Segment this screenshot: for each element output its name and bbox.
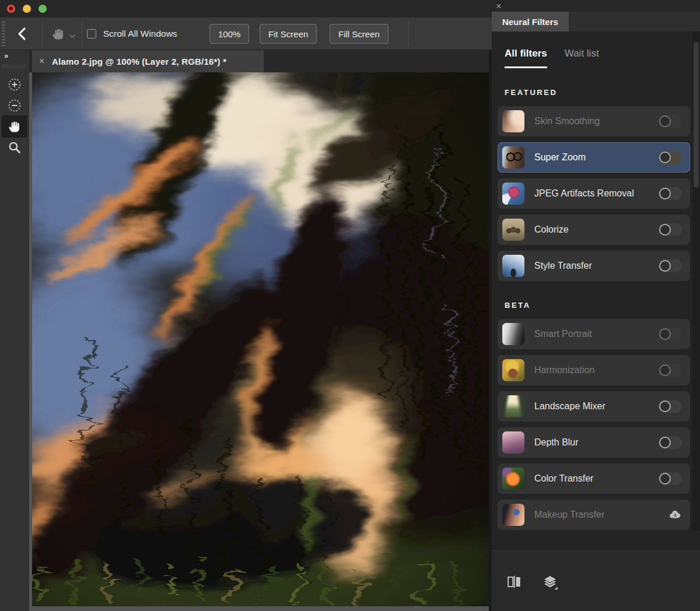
filter-toggle[interactable] — [659, 259, 682, 272]
panel-scrollbar[interactable] — [692, 31, 700, 531]
filter-thumbnail — [502, 110, 524, 132]
traffic-light-minimize-button[interactable] — [23, 5, 31, 13]
filter-section: BETA Smart Portrait Harmonization Landsc… — [498, 301, 698, 530]
divider — [408, 21, 409, 47]
document-title: Alamo 2.jpg @ 100% (Layer 2, RGB/16*) * — [52, 57, 226, 66]
divider — [82, 21, 82, 47]
section-header: BETA — [505, 301, 698, 310]
section-header: FEATURED — [505, 88, 698, 97]
filter-row-super-zoom[interactable]: Super Zoom — [498, 142, 690, 173]
neural-filters-panel: Neural Filters All filters Wait list FEA… — [492, 12, 700, 611]
toggle-knob — [659, 437, 671, 448]
filter-row-color-transfer[interactable]: Color Transfer — [498, 463, 690, 494]
filter-row-jpeg-artifacts-removal[interactable]: JPEG Artifacts Removal — [498, 178, 690, 209]
scroll-all-windows-checkbox[interactable] — [87, 29, 96, 38]
filter-toggle[interactable] — [659, 472, 682, 485]
toggle-knob — [659, 328, 671, 340]
filter-thumbnail — [502, 146, 524, 168]
filter-row-landscape-mixer[interactable]: Landscape Mixer — [498, 391, 690, 422]
toggle-knob — [659, 401, 671, 412]
tool-palette: » — [0, 50, 29, 611]
filter-toggle[interactable] — [659, 151, 682, 164]
compare-before-after-icon[interactable] — [507, 574, 522, 589]
filter-thumbnail — [502, 395, 524, 417]
back-button[interactable] — [15, 26, 30, 42]
filter-thumbnail — [502, 182, 524, 205]
tab-all-filters[interactable]: All filters — [505, 48, 547, 68]
zoom-tool-icon[interactable] — [8, 141, 22, 154]
filter-label: Landscape Mixer — [534, 401, 659, 412]
toggle-knob — [659, 152, 671, 163]
scroll-all-windows-label: Scroll All Windows — [103, 29, 177, 39]
document-tab[interactable]: × Alamo 2.jpg @ 100% (Layer 2, RGB/16*) … — [32, 50, 264, 72]
document-tabbar: × Alamo 2.jpg @ 100% (Layer 2, RGB/16*) … — [29, 50, 492, 72]
output-options-layers-icon[interactable] — [542, 574, 558, 591]
filter-thumbnail — [502, 468, 524, 490]
toggle-knob — [659, 115, 671, 127]
fill-screen-button[interactable]: Fill Screen — [330, 24, 388, 44]
tab-wait-list[interactable]: Wait list — [565, 48, 599, 68]
hand-tool-active[interactable] — [2, 115, 27, 138]
filter-toggle[interactable] — [659, 115, 682, 128]
options-bar-grip — [2, 22, 5, 46]
filter-toggle[interactable] — [659, 223, 682, 236]
tool-dropdown-chevron-icon[interactable] — [69, 31, 76, 37]
neural-filters-close-icon[interactable]: × — [493, 1, 505, 12]
filter-thumbnail — [502, 323, 524, 345]
photoshop-window: × Scroll All Windows 100% Fit Screen Fil… — [0, 0, 700, 611]
filter-thumbnail — [502, 255, 524, 277]
canvas-area[interactable] — [29, 72, 489, 611]
filter-row-smart-portrait[interactable]: Smart Portrait — [498, 319, 690, 349]
traffic-light-close-button[interactable] — [7, 5, 15, 13]
section-items: Smart Portrait Harmonization Landscape M… — [498, 319, 698, 530]
zoom-in-tool-icon[interactable] — [8, 78, 22, 92]
document-close-icon[interactable]: × — [39, 56, 52, 66]
panel-tabbar: Neural Filters — [492, 12, 700, 31]
chevron-left-icon — [15, 26, 30, 42]
filter-row-depth-blur[interactable]: Depth Blur — [498, 427, 690, 458]
panel-footer — [492, 550, 700, 611]
toggle-knob — [659, 260, 671, 272]
filter-label: JPEG Artifacts Removal — [534, 188, 659, 199]
neural-filters-panel-tab[interactable]: Neural Filters — [492, 12, 569, 31]
filter-thumbnail — [502, 219, 524, 241]
filter-toggle[interactable] — [659, 364, 682, 377]
filter-section: FEATURED Skin Smoothing Super Zoom JPEG … — [498, 88, 698, 281]
options-bar: Scroll All Windows 100% Fit Screen Fill … — [0, 17, 492, 50]
toggle-knob — [659, 364, 671, 376]
filter-row-makeup-transfer[interactable]: Makeup Transfer — [498, 500, 690, 530]
filter-thumbnail — [502, 504, 524, 526]
expand-panel-icon[interactable]: » — [4, 51, 8, 60]
fit-screen-button[interactable]: Fit Screen — [260, 24, 317, 44]
tool-palette-grip — [3, 64, 26, 68]
filter-label: Depth Blur — [534, 437, 659, 448]
zoom-out-tool-icon[interactable] — [8, 99, 22, 113]
cloud-download-icon[interactable] — [668, 508, 682, 522]
filter-sections: FEATURED Skin Smoothing Super Zoom JPEG … — [492, 88, 700, 530]
zoom-100-button[interactable]: 100% — [209, 24, 249, 44]
section-items: Skin Smoothing Super Zoom JPEG Artifacts… — [498, 106, 698, 281]
divider — [42, 21, 43, 47]
filter-toggle[interactable] — [659, 436, 682, 449]
filter-toggle[interactable] — [659, 328, 682, 340]
filter-label: Skin Smoothing — [534, 116, 659, 127]
filter-row-style-transfer[interactable]: Style Transfer — [498, 251, 690, 281]
filter-thumbnail — [502, 359, 524, 381]
filter-thumbnail — [502, 431, 524, 454]
filter-toggle[interactable] — [659, 187, 682, 200]
filter-label: Style Transfer — [534, 261, 659, 271]
filter-row-harmonization[interactable]: Harmonization — [498, 355, 690, 385]
filter-label: Makeup Transfer — [534, 510, 668, 520]
filter-row-skin-smoothing[interactable]: Skin Smoothing — [498, 106, 690, 136]
scrollbar-thumb[interactable] — [694, 42, 699, 188]
filter-row-colorize[interactable]: Colorize — [498, 215, 690, 245]
hand-tool-icon[interactable] — [51, 27, 65, 41]
toggle-knob — [659, 224, 671, 236]
traffic-light-zoom-button[interactable] — [38, 5, 47, 13]
filter-toggle[interactable] — [659, 400, 682, 413]
hand-icon — [8, 120, 22, 134]
filter-tabs: All filters Wait list — [505, 48, 700, 68]
filter-label: Color Transfer — [534, 473, 659, 484]
filter-label: Smart Portrait — [534, 329, 659, 339]
toggle-knob — [659, 188, 671, 199]
